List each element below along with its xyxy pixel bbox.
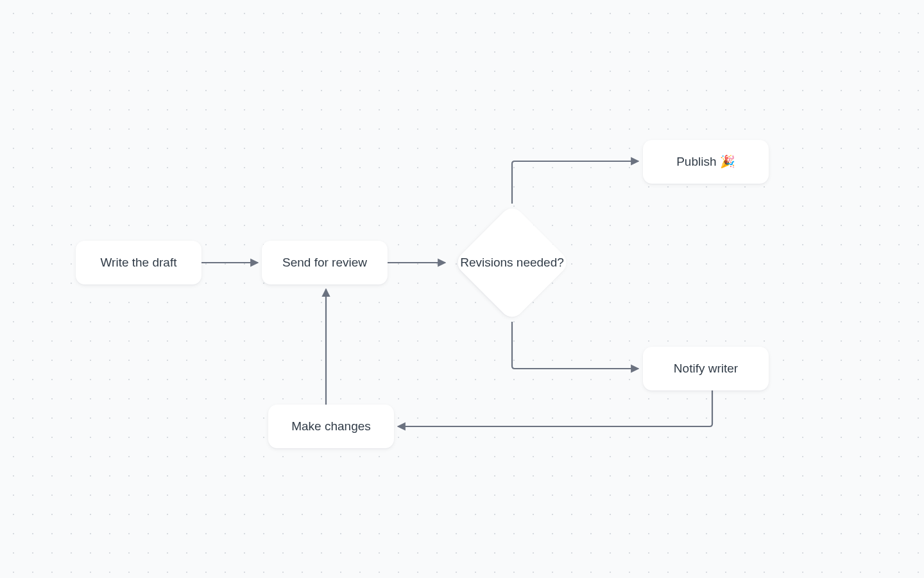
edge-decision-to-notify <box>512 322 638 369</box>
node-label: Send for review <box>282 254 367 271</box>
node-label: Notify writer <box>674 360 738 377</box>
node-write-draft[interactable]: Write the draft <box>76 241 201 285</box>
edge-decision-to-publish <box>512 161 638 204</box>
node-revisions-decision[interactable]: Revisions needed? <box>470 221 554 304</box>
node-notify-writer[interactable]: Notify writer <box>643 347 769 390</box>
node-label: Make changes <box>291 418 371 435</box>
edge-notify-to-changes <box>398 390 712 426</box>
flowchart-canvas[interactable]: Write the draft Send for review Revision… <box>0 0 924 578</box>
node-label: Publish 🎉 <box>676 153 735 170</box>
node-label: Revisions needed? <box>451 221 573 304</box>
node-publish[interactable]: Publish 🎉 <box>643 140 769 184</box>
node-label: Write the draft <box>101 254 177 271</box>
node-send-review[interactable]: Send for review <box>262 241 388 285</box>
node-make-changes[interactable]: Make changes <box>268 405 394 448</box>
